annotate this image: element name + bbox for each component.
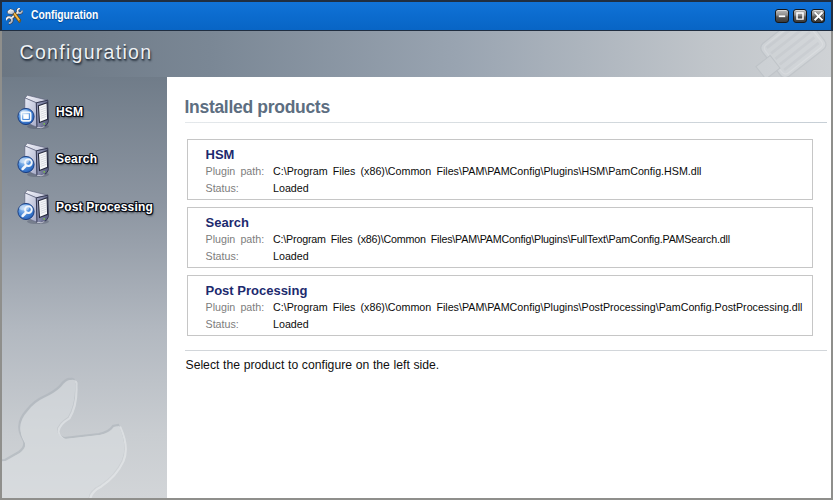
maximize-button[interactable]: [793, 9, 807, 23]
product-name: HSM: [206, 147, 803, 163]
sidebar: HSM Search Post Pr: [2, 77, 167, 498]
status-value: Loaded: [273, 316, 309, 333]
wrench-decoration-top: [701, 31, 831, 77]
status-label: Status:: [206, 180, 274, 197]
product-card-hsm: HSM Plugin path: C:\Program Files (x86)\…: [187, 139, 814, 200]
wrench-decoration-bottom: [2, 306, 167, 498]
product-card-search: Search Plugin path: C:\Program Files (x8…: [187, 207, 814, 268]
heading-rule: [185, 122, 828, 123]
product-name: Search: [206, 215, 803, 231]
sidebar-item-search[interactable]: Search: [17, 142, 167, 177]
status-value: Loaded: [273, 248, 309, 265]
status-label: Status:: [206, 316, 274, 333]
plugin-path-label: Plugin path:: [206, 231, 274, 248]
main-content: Installed products HSM Plugin path: C:\P…: [167, 77, 833, 498]
footer-rule: [185, 350, 828, 351]
section-heading: Installed products: [185, 98, 814, 116]
sidebar-item-label: HSM: [56, 105, 83, 119]
status-label: Status:: [206, 248, 274, 265]
status-value: Loaded: [273, 180, 309, 197]
hammer-wrench-icon: [6, 8, 23, 25]
minimize-button[interactable]: [775, 9, 789, 23]
sidebar-item-post-processing[interactable]: Post Processing: [17, 189, 167, 224]
sidebar-item-hsm[interactable]: HSM: [17, 94, 167, 129]
product-card-post-processing: Post Processing Plugin path: C:\Program …: [187, 275, 814, 336]
header-band: Configuration: [2, 31, 831, 77]
close-button[interactable]: [811, 9, 825, 23]
window-controls: [775, 9, 825, 23]
plugin-path-value: C:\Program Files (x86)\Common Files\PAM\…: [273, 163, 701, 180]
post-processing-server-icon: [17, 189, 52, 224]
footer-note: Select the product to configure on the l…: [186, 358, 814, 372]
hsm-server-icon: [17, 94, 52, 129]
window-lower: Configuration: [0, 31, 833, 500]
sidebar-item-label: Post Processing: [56, 200, 153, 214]
product-name: Post Processing: [206, 283, 803, 299]
sidebar-item-label: Search: [56, 152, 97, 166]
plugin-path-label: Plugin path:: [206, 163, 274, 180]
titlebar[interactable]: Configuration: [0, 0, 833, 31]
configuration-window: Configuration: [0, 0, 833, 500]
page-title: Configuration: [20, 41, 153, 64]
plugin-path-value: C:\Program Files (x86)\Common Files\PAM\…: [273, 231, 730, 248]
plugin-path-label: Plugin path:: [206, 299, 274, 316]
search-server-icon: [17, 142, 52, 177]
window-title: Configuration: [31, 7, 98, 22]
plugin-path-value: C:\Program Files (x86)\Common Files\PAM\…: [273, 299, 802, 316]
